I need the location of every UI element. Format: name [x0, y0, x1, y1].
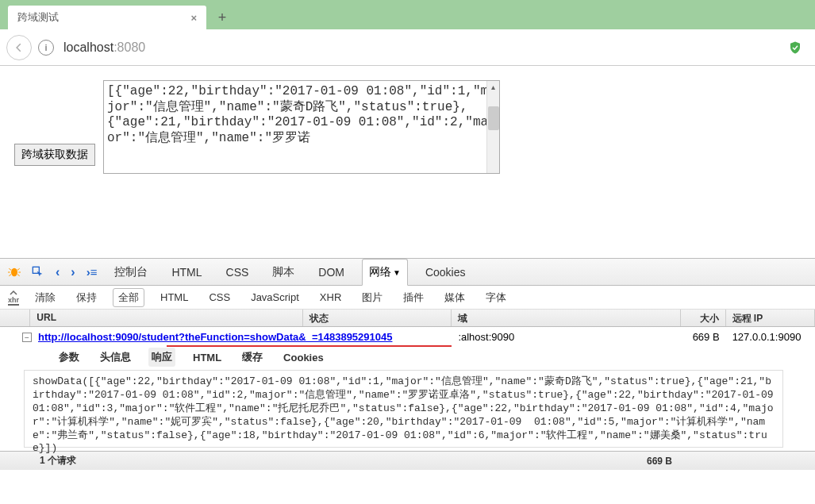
network-header-row: URL 状态 域 大小 远程 IP — [0, 310, 815, 327]
request-remote-ip: 127.0.0.1:9090 — [726, 329, 815, 344]
col-url[interactable]: URL — [30, 310, 303, 326]
history-back-icon[interactable]: ‹ — [56, 265, 60, 279]
history-forward-icon[interactable]: › — [71, 265, 75, 279]
filter-keep[interactable]: 保持 — [71, 289, 102, 306]
chevron-down-icon: ▼ — [393, 268, 401, 277]
firebug-icon[interactable] — [8, 266, 21, 279]
filter-font[interactable]: 字体 — [481, 289, 511, 306]
tab-params[interactable]: 参数 — [56, 348, 83, 367]
panel-script[interactable]: 脚本 — [266, 260, 301, 285]
browser-tab[interactable]: 跨域测试 × — [8, 6, 206, 29]
tab-html[interactable]: HTML — [190, 349, 225, 366]
shield-icon[interactable] — [788, 40, 802, 55]
filter-plugin[interactable]: 插件 — [398, 289, 429, 306]
page-content: 跨域获取数据 [{"age":22,"birthday":"2017-01-09… — [0, 66, 815, 258]
filter-img[interactable]: 图片 — [357, 289, 387, 306]
tab-cache[interactable]: 缓存 — [239, 348, 266, 367]
collapse-icon[interactable]: − — [22, 333, 32, 342]
panel-dom[interactable]: DOM — [312, 260, 351, 284]
panel-html[interactable]: HTML — [165, 260, 208, 284]
status-request-count: 1 个请求 — [40, 454, 76, 467]
network-request-row[interactable]: − http://localhost:9090/student?theFunct… — [0, 327, 815, 346]
col-status[interactable]: 状态 — [303, 310, 452, 326]
devtools-toolbar: ‹ › ›≡ 控制台 HTML CSS 脚本 DOM 网络▼ Cookies — [0, 259, 815, 286]
filter-xhr[interactable]: XHR — [315, 290, 346, 305]
new-tab-button[interactable]: + — [213, 8, 232, 27]
filter-js[interactable]: JavaScript — [246, 290, 304, 305]
filter-all[interactable]: 全部 — [113, 288, 144, 307]
col-remote-ip[interactable]: 远程 IP — [726, 310, 815, 326]
command-line-icon[interactable]: ›≡ — [86, 265, 98, 279]
tab-headers[interactable]: 头信息 — [97, 348, 134, 367]
scrollbar-vertical[interactable]: ▴ — [486, 81, 499, 173]
svg-point-0 — [11, 267, 17, 276]
panel-cookies[interactable]: Cookies — [419, 260, 472, 284]
close-icon[interactable]: × — [190, 12, 197, 24]
scroll-up-icon[interactable]: ▴ — [487, 81, 498, 92]
panel-css[interactable]: CSS — [220, 260, 256, 284]
request-detail-tabs: 参数 头信息 响应 HTML 缓存 Cookies — [0, 346, 815, 368]
tab-cookies[interactable]: Cookies — [280, 349, 327, 366]
response-body[interactable]: showData([{"age":22,"birthday":"2017-01-… — [24, 370, 783, 448]
panel-console[interactable]: 控制台 — [108, 260, 154, 285]
devtools-panel: ‹ › ›≡ 控制台 HTML CSS 脚本 DOM 网络▼ Cookies x… — [0, 258, 815, 470]
url-port: :8080 — [113, 40, 145, 54]
request-size: 669 B — [681, 329, 726, 344]
status-total-size: 669 B — [647, 456, 672, 467]
filter-html[interactable]: HTML — [156, 290, 193, 305]
panel-network[interactable]: 网络▼ — [362, 259, 408, 286]
xhr-marker-icon: xhr — [8, 290, 19, 306]
inspect-icon[interactable] — [32, 266, 44, 279]
request-url[interactable]: http://localhost:9090/student?theFunctio… — [38, 331, 392, 343]
request-domain: :alhost:9090 — [452, 329, 680, 344]
browser-tab-bar: 跨域测试 × + — [0, 0, 815, 29]
url-bar: i localhost:8080 — [0, 29, 815, 66]
info-icon[interactable]: i — [38, 40, 54, 56]
scroll-thumb[interactable] — [488, 106, 499, 130]
filter-css[interactable]: CSS — [204, 290, 235, 305]
col-domain[interactable]: 域 — [452, 310, 681, 326]
arrow-left-icon — [13, 42, 25, 53]
back-button[interactable] — [6, 35, 32, 60]
filter-clear[interactable]: 清除 — [30, 289, 60, 306]
red-underline-annotation — [167, 345, 452, 347]
textarea-container: [{"age":22,"birthday":"2017-01-09 01:08"… — [103, 80, 500, 174]
filter-media[interactable]: 媒体 — [440, 289, 470, 306]
url-host: localhost — [63, 40, 113, 54]
fetch-cross-origin-button[interactable]: 跨域获取数据 — [14, 144, 95, 166]
devtools-status-bar: 1 个请求 669 B — [0, 451, 815, 470]
tab-response[interactable]: 响应 — [148, 348, 175, 367]
url-input[interactable]: localhost:8080 — [60, 37, 782, 58]
col-handle — [0, 310, 30, 326]
network-toolbar: xhr 清除 保持 全部 HTML CSS JavaScript XHR 图片 … — [0, 286, 815, 310]
tab-title: 跨域测试 — [17, 10, 59, 25]
response-textarea[interactable]: [{"age":22,"birthday":"2017-01-09 01:08"… — [104, 81, 499, 173]
col-size[interactable]: 大小 — [681, 310, 726, 326]
